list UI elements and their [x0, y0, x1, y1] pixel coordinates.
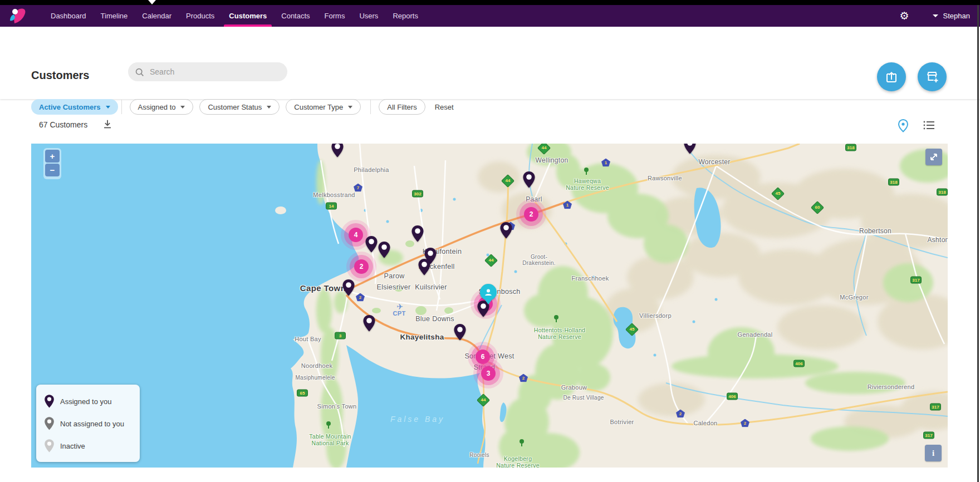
reset-filters-link[interactable]: Reset	[435, 103, 454, 111]
route-shield: 317	[910, 277, 922, 284]
map-view-toggle[interactable]	[896, 119, 911, 133]
customer-cluster[interactable]: 2	[354, 259, 369, 274]
page-header: Customers Active Customers Assigned toCu…	[0, 27, 980, 99]
chevron-down-icon	[933, 14, 938, 17]
customer-pin[interactable]	[362, 314, 376, 332]
scrollbar[interactable]	[977, 5, 979, 482]
legend-pin-icon	[44, 394, 55, 409]
fullscreen-button[interactable]	[925, 149, 942, 165]
zoom-control: + −	[43, 148, 61, 179]
legend-item: Assigned to you	[44, 390, 140, 412]
person-icon	[483, 287, 493, 297]
customer-pin[interactable]	[411, 225, 424, 243]
legend-label: Not assigned to you	[60, 420, 124, 428]
customers-map[interactable]: + − i Assigned to you Not assigned to yo…	[31, 144, 948, 468]
divider	[370, 100, 371, 114]
legend-label: Inactive	[60, 442, 85, 450]
chevron-down-icon	[180, 106, 185, 109]
list-icon	[922, 119, 936, 132]
customer-pin[interactable]	[499, 222, 513, 239]
filter-dropdown-customer-type[interactable]: Customer Type	[286, 99, 361, 115]
expand-icon	[929, 153, 938, 161]
store-plus-icon	[925, 70, 939, 84]
search-bar[interactable]	[128, 62, 287, 81]
zoom-out-button[interactable]: −	[45, 164, 60, 176]
legend-label: Assigned to you	[60, 397, 112, 406]
legend-pin-icon	[44, 416, 55, 431]
route-shield: 318	[937, 189, 948, 196]
all-filters-button[interactable]: All Filters	[379, 99, 425, 115]
filter-dropdown-assigned-to[interactable]: Assigned to	[130, 99, 194, 115]
settings-gear-icon[interactable]: ⚙	[900, 11, 909, 21]
nav-item-customers[interactable]: Customers	[222, 5, 274, 27]
route-shield: 406	[793, 360, 805, 367]
nav-item-contacts[interactable]: Contacts	[274, 5, 317, 27]
route-shield: 65	[297, 390, 308, 397]
chevron-down-icon	[106, 106, 110, 109]
nav-items: DashboardTimelineCalendarProductsCustome…	[43, 5, 425, 27]
page-title: Customers	[31, 69, 89, 82]
route-shield: 406	[727, 393, 738, 400]
tree-icon	[519, 439, 525, 446]
customer-pin[interactable]	[331, 144, 344, 158]
add-customer-button[interactable]	[918, 62, 947, 91]
customer-cluster[interactable]: 4	[349, 228, 363, 242]
filter-bar: Active Customers Assigned toCustomer Sta…	[31, 99, 454, 115]
user-menu[interactable]: Stephan	[933, 12, 970, 20]
navbar: DashboardTimelineCalendarProductsCustome…	[0, 5, 980, 27]
route-shield: 3	[335, 332, 346, 340]
customer-pin[interactable]	[418, 258, 431, 276]
nav-item-users[interactable]: Users	[352, 5, 385, 27]
nav-item-forms[interactable]: Forms	[317, 5, 352, 27]
download-icon	[101, 118, 114, 130]
customer-pin[interactable]	[683, 144, 697, 155]
nav-item-calendar[interactable]: Calendar	[135, 5, 179, 27]
user-location-marker[interactable]	[480, 284, 497, 301]
tree-icon	[584, 168, 589, 175]
import-button[interactable]	[877, 62, 906, 91]
tree-icon	[553, 315, 559, 322]
airplane-icon: ✈	[396, 302, 403, 311]
nav-item-reports[interactable]: Reports	[385, 5, 425, 27]
customer-pin[interactable]	[453, 323, 467, 341]
route-shield: 318	[888, 179, 899, 186]
customer-pin[interactable]	[522, 171, 536, 189]
customer-count: 67 Customers	[39, 120, 87, 129]
list-view-toggle[interactable]	[922, 119, 937, 133]
route-shield: 302	[412, 190, 423, 198]
filter-dropdown-customer-status[interactable]: Customer Status	[199, 99, 280, 115]
filter-chip-active-customers[interactable]: Active Customers	[31, 99, 118, 115]
customer-pin[interactable]	[378, 241, 391, 259]
customer-cluster[interactable]: 6	[476, 350, 490, 364]
legend-item: Inactive	[44, 435, 140, 457]
box-upload-icon	[885, 70, 898, 83]
divider	[121, 100, 122, 114]
legend-item: Not assigned to you	[44, 412, 140, 435]
chevron-down-icon	[348, 106, 352, 109]
customer-pin[interactable]	[365, 235, 378, 253]
nav-item-timeline[interactable]: Timeline	[94, 5, 135, 27]
search-icon	[135, 67, 144, 77]
route-shield: 14	[326, 203, 337, 210]
zoom-in-button[interactable]: +	[45, 150, 60, 163]
skynamo-logo[interactable]	[7, 7, 30, 26]
nav-item-dashboard[interactable]: Dashboard	[43, 5, 94, 27]
chevron-down-icon	[267, 106, 271, 109]
nav-item-products[interactable]: Products	[179, 5, 222, 27]
route-shield: 317	[923, 432, 934, 439]
customer-cluster[interactable]: 3	[481, 366, 496, 381]
legend-pin-icon	[44, 439, 55, 453]
search-input[interactable]	[149, 67, 273, 77]
customer-cluster[interactable]: 2	[524, 207, 538, 222]
user-name: Stephan	[943, 12, 970, 20]
map-legend: Assigned to you Not assigned to you Inac…	[36, 385, 140, 462]
top-strip	[0, 0, 980, 5]
customer-pin[interactable]	[342, 279, 355, 297]
info-button[interactable]: i	[925, 445, 942, 461]
map-pin-icon	[896, 119, 910, 133]
route-shield: 317	[930, 404, 941, 411]
route-shield: 318	[845, 144, 856, 151]
tree-icon	[326, 421, 331, 429]
playhead-marker	[148, 0, 156, 4]
download-button[interactable]	[101, 118, 115, 131]
